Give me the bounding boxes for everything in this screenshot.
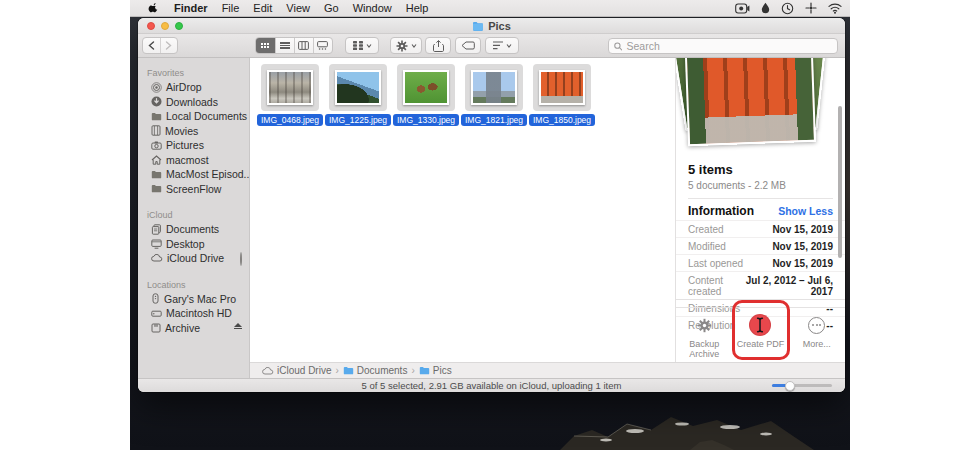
finder-window: Pics — [138, 18, 845, 392]
quick-actions-row: Backup Archive — [676, 307, 845, 362]
screen-capture-area: Finder File Edit View Go Window Help — [130, 0, 850, 450]
menu-item-window[interactable]: Window — [353, 2, 392, 14]
backup-archive-action[interactable]: Backup Archive — [676, 308, 732, 362]
folder-icon — [419, 366, 430, 375]
location-icon[interactable] — [805, 2, 817, 14]
screenshot-stage: Finder File Edit View Go Window Help — [0, 0, 980, 450]
photo-thumbnail-castle — [471, 70, 517, 105]
sidebar-item-movies[interactable]: Movies — [138, 124, 249, 139]
sidebar-section-locations: Locations — [138, 276, 249, 292]
ibeam-cursor — [753, 317, 767, 333]
more-actions[interactable]: More... — [789, 308, 845, 362]
menu-item-go[interactable]: Go — [324, 2, 339, 14]
eject-icon[interactable] — [234, 323, 242, 330]
selection-photo-stack — [676, 58, 845, 158]
sidebar-item-archive[interactable]: Archive — [138, 321, 249, 336]
nav-buttons — [142, 37, 178, 54]
title-bar[interactable]: Pics — [138, 18, 845, 34]
search-icon — [614, 42, 622, 51]
list-view-button[interactable] — [275, 38, 294, 53]
documents-icon — [151, 224, 162, 235]
status-bar: 5 of 5 selected, 2.91 GB available on iC… — [138, 378, 845, 392]
tag-button[interactable] — [455, 37, 481, 54]
menu-item-help[interactable]: Help — [406, 2, 429, 14]
sidebar-item-macmost-episodes[interactable]: MacMost Episod... — [138, 167, 249, 182]
file-item[interactable]: IMG_0468.jpeg — [258, 64, 322, 126]
action-menu-button[interactable] — [390, 37, 422, 54]
file-name-badge: IMG_1850.jpeg — [529, 114, 595, 126]
folder-icon — [151, 170, 162, 179]
disk-icon — [151, 323, 161, 333]
selection-count: 5 items — [688, 162, 833, 177]
hard-drive-icon — [151, 309, 162, 318]
file-item[interactable]: IMG_1850.jpeg — [530, 64, 594, 126]
photo-thumbnail-animals — [403, 70, 449, 105]
apple-menu-icon[interactable] — [148, 2, 160, 15]
sidebar-item-screenflow[interactable]: ScreenFlow — [138, 182, 249, 197]
photo-thumbnail-torii-gates — [539, 70, 585, 105]
movies-icon — [151, 125, 161, 136]
file-icon-view[interactable]: IMG_0468.jpeg IMG_1225.jpeg IMG_1330.jpe… — [250, 58, 675, 362]
file-item[interactable]: IMG_1330.jpeg — [394, 64, 458, 126]
desktop-icon — [151, 239, 162, 249]
menu-item-file[interactable]: File — [222, 2, 240, 14]
sidebar-item-airdrop[interactable]: AirDrop — [138, 80, 249, 95]
sidebar-item-garys-mac-pro[interactable]: Gary's Mac Pro — [138, 292, 249, 307]
create-pdf-action[interactable]: Create PDF — [732, 308, 788, 362]
selection-summary: 5 documents - 2.2 MB — [688, 180, 833, 191]
share-button[interactable] — [425, 37, 451, 54]
menu-app-name[interactable]: Finder — [174, 2, 208, 14]
more-ellipsis-icon — [808, 314, 825, 336]
time-machine-icon[interactable] — [781, 2, 794, 15]
downloads-icon — [151, 96, 162, 107]
menu-item-view[interactable]: View — [286, 2, 310, 14]
gear-icon — [697, 314, 712, 336]
gallery-view-button[interactable] — [313, 38, 332, 53]
show-less-link[interactable]: Show Less — [778, 205, 833, 217]
path-bar: iCloud Drive Documents Pics — [250, 362, 845, 378]
breadcrumb-documents[interactable]: Documents — [343, 365, 408, 376]
icon-view-button[interactable] — [256, 38, 275, 53]
group-button[interactable] — [345, 37, 379, 54]
file-name-badge: IMG_0468.jpeg — [257, 114, 323, 126]
create-pdf-icon — [749, 314, 771, 336]
breadcrumb-pics[interactable]: Pics — [419, 365, 452, 376]
search-input[interactable] — [626, 40, 832, 52]
breadcrumb-icloud-drive[interactable]: iCloud Drive — [262, 365, 331, 376]
slider-knob[interactable] — [785, 381, 795, 391]
breadcrumb-separator — [335, 365, 338, 376]
info-row-content-created: Content createdJul 2, 2012 – Jul 6, 2017 — [676, 271, 845, 299]
menu-bar: Finder File Edit View Go Window Help — [130, 0, 850, 17]
file-name-badge: IMG_1821.jpeg — [461, 114, 527, 126]
file-item[interactable]: IMG_1225.jpeg — [326, 64, 390, 126]
sidebar-item-downloads[interactable]: Downloads — [138, 95, 249, 110]
sidebar-item-documents[interactable]: Documents — [138, 222, 249, 237]
forward-button[interactable] — [160, 38, 177, 53]
mac-pro-icon — [151, 293, 160, 304]
cloud-icon — [151, 254, 163, 262]
status-text: 5 of 5 selected, 2.91 GB available on iC… — [362, 380, 622, 391]
sort-group-button[interactable] — [485, 37, 519, 54]
search-field[interactable] — [608, 38, 838, 54]
info-row-created: CreatedNov 15, 2019 — [676, 220, 845, 237]
column-view-button[interactable] — [294, 38, 313, 53]
sidebar-item-local-documents[interactable]: Local Documents — [138, 109, 249, 124]
file-item[interactable]: IMG_1821.jpeg — [462, 64, 526, 126]
icon-size-slider[interactable] — [772, 384, 832, 387]
droplet-icon[interactable] — [761, 2, 770, 14]
information-heading: Information — [688, 204, 754, 218]
sidebar-item-macintosh-hd[interactable]: Macintosh HD — [138, 306, 249, 321]
home-icon — [151, 155, 162, 165]
menu-item-edit[interactable]: Edit — [253, 2, 272, 14]
screen-recording-icon[interactable] — [735, 3, 750, 14]
sidebar: Favorites AirDrop Downloads Local Docume… — [138, 58, 250, 378]
sidebar-item-pictures[interactable]: Pictures — [138, 138, 249, 153]
sidebar-item-icloud-drive[interactable]: iCloud Drive — [138, 251, 249, 266]
preview-scrollbar[interactable] — [838, 106, 842, 258]
breadcrumb-separator — [411, 365, 414, 376]
wifi-icon[interactable] — [828, 3, 842, 14]
preview-pane: 5 items 5 documents - 2.2 MB Information… — [675, 58, 845, 362]
sidebar-item-macmost[interactable]: macmost — [138, 153, 249, 168]
sidebar-item-desktop[interactable]: Desktop — [138, 237, 249, 252]
back-button[interactable] — [143, 38, 160, 53]
